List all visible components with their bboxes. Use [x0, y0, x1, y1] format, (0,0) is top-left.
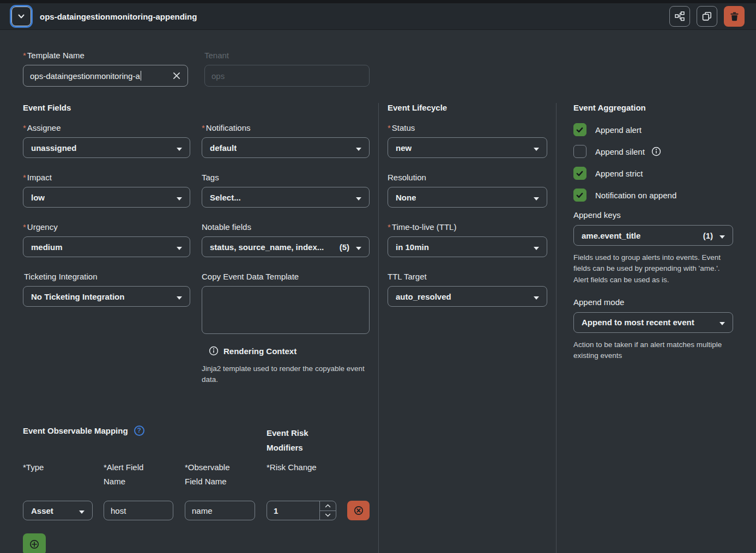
chevron-up-icon	[325, 504, 331, 508]
risk-change-column-header: *Risk Change	[267, 460, 336, 475]
add-mapping-row-button[interactable]	[23, 533, 46, 553]
urgency-label: *Urgency	[23, 222, 190, 232]
template-name-label: *Template Name	[23, 51, 188, 60]
rendering-context-label[interactable]: Rendering Context	[223, 347, 297, 356]
event-lifecycle-heading: Event Lifecycle	[388, 103, 547, 112]
delete-template-button[interactable]	[724, 6, 745, 27]
append-silent-info[interactable]	[651, 147, 661, 156]
template-header-bar: ops-dataingestionmonitoring-appending	[0, 3, 756, 30]
impact-label: *Impact	[23, 173, 190, 182]
text-cursor	[141, 71, 141, 81]
event-risk-modifiers-heading: Event Risk Modifiers	[267, 426, 326, 455]
event-aggregation-heading: Event Aggregation	[573, 103, 733, 112]
append-silent-checkbox[interactable]	[573, 145, 586, 158]
risk-change-stepper[interactable]: 1	[267, 501, 336, 520]
copy-icon	[702, 11, 712, 21]
checkmark-icon	[576, 126, 584, 134]
remove-mapping-row-button[interactable]	[347, 501, 370, 520]
chevron-down-icon	[356, 193, 361, 202]
increment-button[interactable]	[320, 501, 336, 511]
notable-fields-select[interactable]: status, source_name, index... (5)	[202, 236, 370, 257]
template-form: *Template Name ops-dataingestionmonitori…	[0, 30, 756, 553]
append-silent-label: Append silent	[595, 147, 645, 156]
chevron-down-icon	[534, 143, 539, 153]
selected-count-badge: (5)	[335, 242, 349, 252]
copy-event-data-template-textarea[interactable]	[202, 286, 370, 334]
notification-on-append-label: Notification on append	[595, 191, 676, 200]
circle-x-icon	[353, 505, 364, 516]
duplicate-button[interactable]	[697, 6, 717, 27]
chevron-down-icon	[177, 193, 182, 202]
notifications-select[interactable]: default	[202, 137, 370, 158]
ticketing-integration-select[interactable]: No Ticketing Integration	[23, 286, 190, 307]
assignee-select[interactable]: unassigned	[23, 137, 190, 158]
chevron-down-icon	[719, 318, 725, 327]
urgency-select[interactable]: medium	[23, 236, 190, 257]
append-strict-label: Append strict	[595, 169, 643, 178]
resolution-select[interactable]: None	[388, 187, 547, 208]
column-divider	[556, 103, 557, 553]
checkmark-icon	[576, 191, 584, 199]
tenant-label: Tenant	[204, 51, 370, 60]
template-name-value: ops-dataingestionmonitoring-a	[30, 71, 140, 81]
tags-select[interactable]: Select...	[202, 187, 370, 208]
chevron-down-icon	[534, 292, 539, 301]
chevron-down-icon	[534, 193, 539, 202]
notable-fields-label: Notable fields	[202, 222, 370, 232]
event-observable-mapping-section: Event Observable Mapping ? Event Risk Mo…	[23, 426, 370, 553]
append-strict-checkbox[interactable]	[573, 167, 586, 180]
append-alert-label: Append alert	[595, 125, 642, 135]
observable-type-select[interactable]: Asset	[23, 501, 93, 520]
append-mode-select[interactable]: Append to most recent event	[573, 312, 733, 333]
trash-icon	[730, 11, 739, 21]
rendering-context-description: Jinja2 template used to render the copya…	[202, 363, 370, 386]
decrement-button[interactable]	[320, 511, 336, 520]
workflow-share-button[interactable]	[669, 6, 690, 27]
append-alert-checkbox[interactable]	[573, 123, 586, 136]
info-icon	[209, 346, 219, 356]
alert-field-name-column-header: *Alert Field Name	[104, 460, 161, 489]
collapse-chevron-button[interactable]	[11, 7, 31, 26]
notifications-label: *Notifications	[202, 123, 370, 132]
ttl-target-label: TTL Target	[388, 272, 547, 281]
chevron-down-icon	[356, 143, 361, 153]
ticketing-integration-label: Ticketing Integration	[23, 272, 190, 281]
clear-input-button[interactable]	[168, 71, 181, 80]
append-keys-label: Append keys	[573, 210, 733, 220]
circle-plus-icon	[29, 539, 40, 550]
ttl-select[interactable]: in 10min	[388, 236, 547, 257]
help-icon[interactable]: ?	[134, 426, 144, 436]
chevron-down-icon	[534, 242, 539, 252]
notification-on-append-checkbox[interactable]	[573, 189, 586, 202]
ttl-label: *Time-to-live (TTL)	[388, 222, 547, 232]
append-keys-select[interactable]: ame.event_title (1)	[573, 225, 733, 246]
alert-field-name-input[interactable]: host	[104, 501, 173, 520]
chevron-down-icon	[177, 143, 182, 153]
observable-mapping-row: Asset host name	[23, 501, 370, 520]
checkmark-icon	[576, 169, 584, 178]
close-icon	[172, 71, 181, 80]
append-mode-description: Action to be taken if an alert matches m…	[573, 339, 733, 362]
selected-count-badge: (1)	[699, 231, 713, 240]
chevron-down-icon	[356, 242, 361, 252]
event-fields-heading: Event Fields	[23, 103, 190, 112]
template-name-input[interactable]: ops-dataingestionmonitoring-a	[23, 65, 188, 87]
tenant-input[interactable]: ops	[204, 65, 370, 87]
observable-mapping-heading: Event Observable Mapping	[23, 426, 128, 435]
chevron-down-icon	[177, 292, 182, 301]
observable-field-name-input[interactable]: name	[185, 501, 255, 520]
tags-label: Tags	[202, 173, 370, 182]
template-title: ops-dataingestionmonitoring-appending	[40, 12, 197, 21]
impact-select[interactable]: low	[23, 187, 190, 208]
ttl-target-select[interactable]: auto_resolved	[388, 286, 547, 307]
type-column-header: *Type	[23, 460, 80, 475]
resolution-label: Resolution	[388, 173, 547, 182]
observable-field-name-column-header: *Observable Field Name	[185, 460, 242, 489]
info-icon	[651, 147, 661, 156]
chevron-down-icon	[177, 242, 182, 252]
column-divider	[378, 103, 379, 553]
append-mode-label: Append mode	[573, 297, 733, 307]
chevron-down-icon	[325, 513, 331, 517]
status-select[interactable]: new	[388, 137, 547, 158]
chevron-down-icon	[79, 506, 84, 515]
